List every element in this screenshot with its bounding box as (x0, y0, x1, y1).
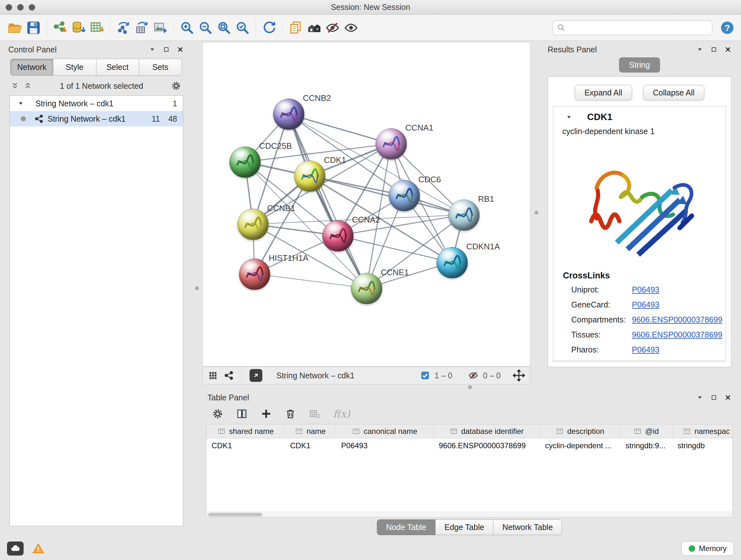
column-header-database-identifier[interactable]: database identifier (434, 424, 540, 438)
network-options-gear-icon[interactable] (171, 81, 181, 91)
network-row[interactable]: String Network – cdk1 11 48 (10, 111, 183, 126)
export-image-icon[interactable] (151, 18, 170, 37)
gene-section-header[interactable]: CDK1 (553, 107, 726, 126)
column-header-name[interactable]: name (285, 424, 336, 438)
network-node-cdk1[interactable] (294, 161, 326, 192)
minimize-window-button[interactable] (17, 4, 23, 10)
results-scrollbar[interactable] (553, 360, 726, 362)
table-cell[interactable]: P06493 (336, 441, 434, 450)
save-session-icon[interactable] (24, 18, 43, 37)
column-header-description[interactable]: description (540, 424, 620, 438)
network-node-ccnb2[interactable] (273, 99, 305, 130)
panel-menu-icon[interactable] (696, 46, 703, 53)
network-node-ccna1[interactable] (376, 128, 407, 160)
zoom-fit-content-icon[interactable] (215, 18, 233, 37)
export-network-icon[interactable] (133, 18, 151, 37)
network-node-ccnb1[interactable] (238, 209, 269, 240)
network-node-cdkn1a[interactable] (436, 247, 468, 278)
tab-edge-table[interactable]: Edge Table (435, 519, 494, 535)
column-header-shared-name[interactable]: shared name (206, 424, 285, 438)
expand-collection-icon[interactable] (17, 100, 24, 107)
panel-close-icon[interactable] (724, 46, 731, 53)
import-table-icon[interactable] (88, 18, 106, 37)
network-canvas[interactable]: CCNB2CCNA1CDC25BCDK1CDC6RB1CCNB1CCNA2CDK… (202, 42, 530, 367)
main-toolbar: ? (0, 15, 741, 41)
tab-sets[interactable]: Sets (139, 59, 182, 76)
recent-documents-icon[interactable] (286, 18, 305, 37)
panel-float-icon[interactable] (163, 46, 170, 53)
tab-select[interactable]: Select (96, 59, 139, 76)
panel-close-icon[interactable] (724, 394, 731, 401)
zoom-selected-icon[interactable] (233, 18, 252, 37)
pharos-link[interactable]: P06493 (632, 345, 659, 354)
scrollbar-thumb[interactable] (208, 513, 262, 516)
column-header-@id[interactable]: @id (620, 424, 672, 438)
new-network-from-selection-icon[interactable] (114, 18, 133, 37)
add-column-icon[interactable] (260, 408, 272, 420)
panel-menu-icon[interactable] (696, 394, 703, 401)
zoom-window-button[interactable] (29, 4, 35, 10)
network-node-rb1[interactable] (448, 199, 480, 231)
pan-crosshair-icon[interactable] (513, 369, 525, 381)
expand-all-button[interactable]: Expand All (575, 85, 632, 101)
network-overview-icon[interactable] (224, 370, 234, 381)
collapse-all-networks-icon[interactable] (11, 82, 19, 90)
open-session-icon[interactable] (6, 18, 24, 37)
collapse-all-button[interactable]: Collapse All (643, 85, 704, 101)
column-header-canonical-name[interactable]: canonical name (336, 424, 434, 438)
tab-node-table[interactable]: Node Table (377, 519, 435, 535)
table-cell[interactable]: CDK1 (285, 441, 336, 450)
hide-graphics-details-icon[interactable] (323, 18, 342, 37)
table-cell[interactable]: stringdb:9... (620, 441, 672, 450)
vertical-splitter-handle[interactable] (535, 211, 538, 214)
compartments-link[interactable]: 9606.ENSP00000378699 (632, 315, 723, 324)
genecard-link[interactable]: P06493 (632, 300, 659, 309)
tab-style[interactable]: Style (53, 59, 96, 76)
delete-column-icon[interactable] (285, 408, 296, 420)
cloud-button[interactable] (7, 542, 23, 556)
network-node-hist1h1a[interactable] (239, 259, 270, 290)
horizontal-scrollbar[interactable] (206, 511, 732, 517)
close-window-button[interactable] (6, 4, 12, 10)
zoom-in-icon[interactable] (178, 18, 196, 37)
tab-string[interactable]: String (619, 57, 660, 72)
table-options-gear-icon[interactable] (212, 408, 223, 420)
vertical-splitter-handle[interactable] (195, 287, 199, 290)
warnings-button[interactable] (31, 542, 45, 556)
network-node-ccna2[interactable] (322, 220, 354, 252)
uniprot-link[interactable]: P06493 (632, 285, 659, 294)
network-node-cdc6[interactable] (389, 180, 420, 211)
help-icon[interactable]: ? (719, 20, 735, 36)
tab-network-table[interactable]: Network Table (493, 519, 562, 535)
network-node-cdc25b[interactable] (229, 146, 261, 178)
tissues-link[interactable]: 9606.ENSP00000378699 (632, 330, 723, 339)
apply-layout-icon[interactable] (260, 18, 278, 37)
table-cell[interactable]: cyclin-dependent ... (540, 441, 620, 450)
table-cell[interactable]: CDK1 (206, 441, 285, 450)
network-collection-row[interactable]: String Network – cdk1 1 (10, 96, 183, 111)
detach-view-button[interactable] (250, 369, 262, 382)
birdseye-view-icon[interactable] (208, 370, 218, 381)
search-input[interactable] (568, 21, 708, 35)
welcome-screen-icon[interactable] (305, 18, 323, 37)
table-cell[interactable]: 9606.ENSP00000378699 (434, 441, 540, 450)
show-graphics-details-icon[interactable] (342, 18, 360, 37)
expand-all-networks-icon[interactable] (23, 82, 32, 90)
collapse-section-icon[interactable] (565, 114, 572, 121)
panel-menu-icon[interactable] (149, 46, 156, 53)
horizontal-splitter-handle[interactable] (468, 385, 472, 389)
panel-float-icon[interactable] (711, 46, 718, 53)
tab-network[interactable]: Network (10, 59, 53, 76)
network-node-ccne1[interactable] (351, 273, 382, 304)
show-columns-icon[interactable] (236, 408, 248, 420)
panel-float-icon[interactable] (711, 394, 718, 401)
table-row[interactable]: CDK1CDK1P064939606.ENSP00000378699cyclin… (206, 438, 732, 453)
toolbar-search[interactable] (553, 20, 712, 35)
column-header-namespac[interactable]: namespac (672, 424, 733, 438)
panel-close-icon[interactable] (177, 46, 184, 53)
import-network-file-icon[interactable] (51, 18, 69, 37)
memory-button[interactable]: Memory (681, 541, 734, 556)
table-cell[interactable]: stringdb (672, 441, 733, 450)
import-network-database-icon[interactable] (69, 18, 88, 37)
zoom-out-icon[interactable] (196, 18, 215, 37)
